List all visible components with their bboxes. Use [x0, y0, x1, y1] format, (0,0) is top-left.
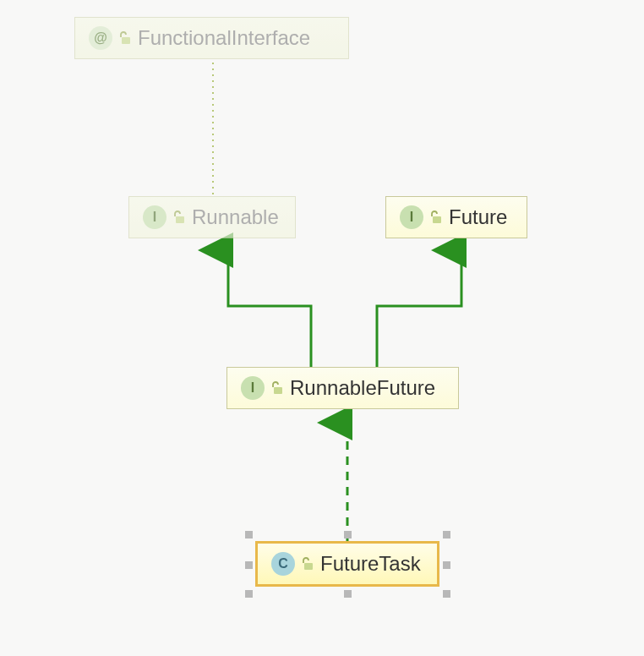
interface-badge-icon: I [241, 376, 265, 400]
selection-handle-s[interactable] [344, 590, 352, 598]
interface-badge-icon: I [143, 205, 166, 229]
lock-open-icon [119, 31, 131, 45]
lock-open-icon [173, 210, 185, 224]
diagram-canvas[interactable]: @ FunctionalInterface I Runnable I Futur… [0, 0, 644, 656]
connector-runnablefuture-to-future [370, 238, 472, 370]
selection-handle-w[interactable] [245, 561, 253, 569]
node-label: FunctionalInterface [138, 26, 310, 50]
connector-runnablefuture-to-runnable [218, 238, 319, 370]
selection-handle-n[interactable] [344, 531, 352, 538]
node-label: RunnableFuture [290, 376, 435, 400]
svg-rect-6 [304, 563, 313, 570]
class-badge-icon: C [271, 552, 295, 576]
node-label: FutureTask [320, 552, 421, 576]
annotation-badge-icon: @ [89, 26, 112, 50]
lock-open-icon [430, 210, 442, 224]
svg-rect-3 [176, 216, 184, 223]
node-futuretask[interactable]: C FutureTask [255, 541, 439, 587]
svg-rect-2 [122, 37, 130, 44]
connector-futuretask-to-runnablefuture [341, 411, 358, 544]
svg-rect-4 [433, 216, 441, 223]
node-runnablefuture[interactable]: I RunnableFuture [226, 367, 459, 409]
node-label: Runnable [192, 205, 279, 229]
node-functionalinterface[interactable]: @ FunctionalInterface [74, 17, 349, 59]
interface-badge-icon: I [400, 205, 423, 229]
node-future[interactable]: I Future [385, 196, 527, 238]
lock-open-icon [302, 557, 314, 571]
connector-runnable-to-functionalinterface [211, 63, 215, 196]
node-runnable[interactable]: I Runnable [128, 196, 296, 238]
selection-handle-sw[interactable] [245, 590, 253, 598]
selection-handle-e[interactable] [443, 561, 450, 569]
selection-handle-ne[interactable] [443, 531, 450, 538]
selection-handle-nw[interactable] [245, 531, 253, 538]
lock-open-icon [271, 381, 283, 395]
selection-handle-se[interactable] [443, 590, 450, 598]
node-label: Future [449, 205, 507, 229]
svg-rect-5 [274, 387, 282, 394]
